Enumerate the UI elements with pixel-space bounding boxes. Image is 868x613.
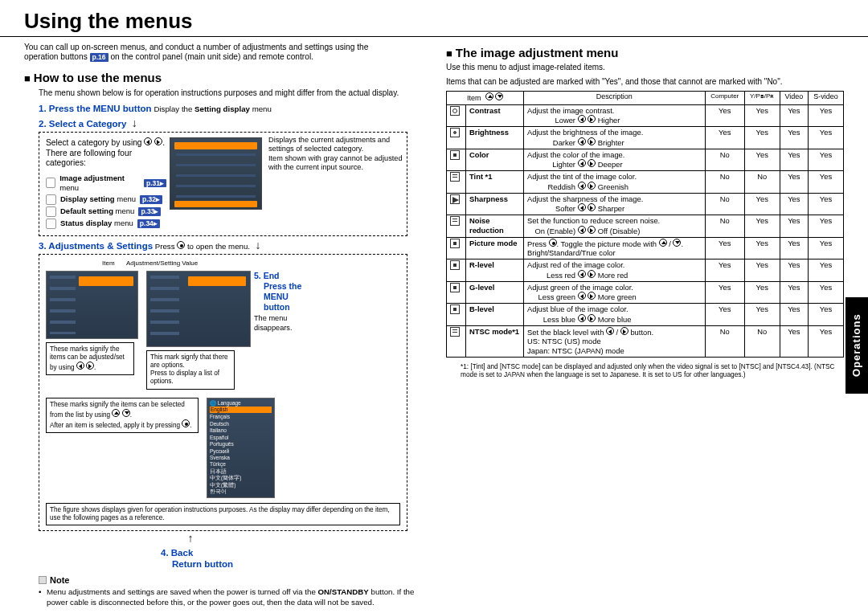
category-line: Default setting menup.33▸ (46, 206, 166, 217)
th-ypbpr: Y/Pʙ/Pʀ (744, 92, 780, 104)
up-button-icon (112, 409, 120, 417)
row-icon (450, 216, 460, 226)
adjustment-table: Item Description Computer Y/Pʙ/Pʀ Video … (446, 91, 844, 358)
adjust-screen-thumb-1 (46, 271, 138, 339)
current-explanation: Displays the current adjustments and set… (268, 134, 409, 173)
row-icon (450, 304, 460, 314)
left-column: You can call up on-screen menus, and con… (24, 43, 422, 607)
intro-part2: on the control panel (main unit side) an… (110, 52, 313, 61)
row-icon (450, 172, 460, 182)
page-ref: p.31▸ (144, 179, 166, 188)
row-icon (450, 283, 460, 292)
marks-note-1: These marks signify the items can be adj… (46, 342, 134, 376)
right-sub2: Items that can be adjusted are marked wi… (446, 77, 844, 88)
page-ref: p.33▸ (138, 207, 161, 216)
enter-button-icon (182, 419, 190, 427)
enter-button-icon (177, 241, 185, 249)
table-header-row: Item Description Computer Y/Pʙ/Pʀ Video … (447, 92, 844, 104)
adj-value-label: Adjustment/Setting Value (126, 260, 198, 268)
step1-desc: Display the Setting display menu (154, 104, 271, 113)
row-icon (450, 128, 460, 137)
down-button-icon (495, 92, 503, 100)
arrow-down-icon: ↓ (129, 117, 140, 129)
table-row: Tint *1 Adjust the tint of the image col… (447, 171, 844, 194)
right-button-icon (86, 362, 94, 370)
menu-preview-image (170, 137, 262, 210)
page-ref: p.32▸ (140, 195, 162, 204)
row-icon (450, 260, 460, 270)
table-row: Noise reduction Set the function to redu… (447, 215, 844, 238)
th-item: Item (447, 92, 524, 104)
page-ref-16: p.16 (90, 53, 108, 62)
arrow-down-icon: ↓ (252, 239, 264, 251)
step5b-label: Press the MENU button (264, 281, 312, 313)
table-row: G-level Adjust green of the image color.… (447, 281, 844, 304)
step3-label: 3. Adjustments & Settings (39, 241, 153, 251)
th-desc: Description (524, 92, 706, 104)
image-adj-heading-text: The image adjustment menu (456, 46, 619, 59)
marks-note-2: These marks signify the items can be sel… (46, 398, 199, 434)
disclaimer-note: The figure shows displays given for oper… (46, 503, 400, 526)
item-label: Item (102, 260, 115, 268)
left-button-icon (76, 362, 84, 370)
row-icon (450, 194, 460, 204)
step4b-label: Return button (172, 558, 422, 570)
table-row: Sharpness Adjust the sharpness of the im… (447, 193, 844, 215)
step5-label: 5. End (254, 271, 312, 281)
step2-label: 2. Select a Category (39, 119, 126, 129)
th-computer: Computer (705, 92, 744, 104)
table-row: Color Adjust the color of the image.Ligh… (447, 149, 844, 171)
th-svideo: S-video (809, 92, 844, 104)
adjust-screen-thumb-2 (146, 271, 251, 347)
left-button-icon (144, 137, 152, 145)
language-dropdown-thumb: 🌐 Language English FrançaisDeutschItalia… (207, 398, 275, 498)
up-button-icon (485, 92, 493, 100)
page-ref: p.34▸ (137, 219, 160, 228)
row-icon (450, 150, 460, 160)
table-row: NTSC mode*1 Set the black level with / b… (447, 325, 844, 357)
row-icon (450, 327, 460, 337)
th-video: Video (780, 92, 808, 104)
down-button-icon (122, 409, 130, 417)
follow-line: There are following four categories: (46, 149, 132, 168)
select-line: Select a category by using (46, 138, 144, 147)
category-box: Select a category by using . There are f… (39, 132, 407, 236)
table-row: R-level Adjust red of the image color.Le… (447, 260, 844, 282)
side-tab-operations: Operations (845, 297, 868, 394)
category-icon (46, 194, 56, 205)
category-icon (46, 206, 56, 217)
row-icon (450, 239, 460, 248)
table-row: Contrast Adjust the image contrast.Lower… (447, 104, 844, 127)
category-line: Image adjustment menup.31▸ (46, 174, 166, 193)
table-row: Picture mode Press . Toggle the picture … (447, 237, 844, 260)
how-to-heading-text: How to use the menus (34, 71, 162, 84)
table-row: Brightness Adjust the brightness of the … (447, 127, 844, 149)
how-to-sub: The menu shown below is for operation in… (39, 88, 422, 99)
step4-label: 4. Back (161, 547, 422, 558)
note-bullet: • Menu adjustments and settings are save… (39, 587, 422, 607)
how-to-heading: ■How to use the menus (24, 71, 422, 86)
category-icon (46, 178, 55, 188)
right-column: ■The image adjustment menu Use this menu… (446, 43, 844, 607)
row-icon (450, 106, 460, 116)
step1-label: 1. Press the MENU button (39, 104, 152, 113)
footnote: *1: [Tint] and [NTSC mode] can be displa… (461, 362, 841, 379)
category-line: Status display menup.34▸ (46, 219, 166, 229)
image-adj-heading: ■The image adjustment menu (446, 46, 844, 61)
category-icon (46, 219, 56, 229)
category-line: Display setting menup.32▸ (46, 194, 166, 205)
adjustments-box: Item Adjustment/Setting Value These mark… (39, 254, 407, 532)
right-sub1: Use this menu to adjust image-related it… (446, 63, 844, 73)
step5-desc: The menu disappears. (254, 314, 312, 333)
intro-text: You can call up on-screen menus, and con… (24, 43, 402, 63)
arrow-up-icon: ↓ (185, 534, 196, 546)
note-header: Note (39, 575, 422, 586)
table-row: B-level Adjust blue of the image color.L… (447, 304, 844, 326)
right-button-icon (154, 137, 162, 145)
marks-note-3: This mark signfy that there are options.… (146, 350, 235, 390)
page-title: Using the menus (0, 0, 868, 37)
